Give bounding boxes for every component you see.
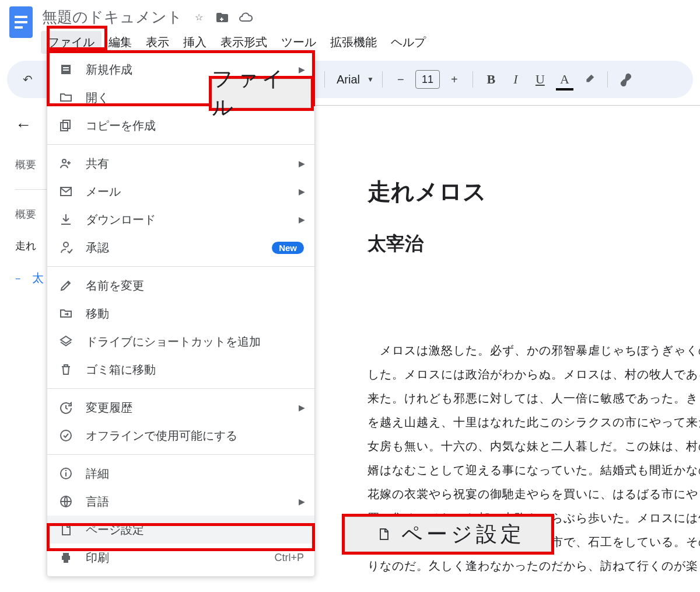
text-color-button[interactable]: A: [555, 69, 575, 89]
shortcut-icon: [58, 333, 74, 350]
history-icon: [58, 399, 74, 416]
file-menu-history[interactable]: 変更履歴▶: [47, 393, 314, 422]
menu-help[interactable]: ヘルプ: [384, 31, 433, 54]
mail-icon: [58, 183, 74, 200]
menu-label: ダウンロード: [86, 212, 156, 228]
outline-heading-summary[interactable]: 概要: [15, 207, 47, 221]
toolbar-separator: [473, 71, 473, 88]
submenu-arrow-icon: ▶: [299, 497, 305, 506]
new-badge: New: [272, 242, 304, 254]
menu-label: 言語: [86, 494, 109, 510]
annotation-callout-file: ファイル: [209, 76, 314, 111]
globe-icon: [58, 493, 74, 510]
star-icon[interactable]: ☆: [192, 11, 206, 25]
info-icon: [58, 465, 74, 482]
svg-point-10: [64, 242, 68, 247]
menu-separator: [47, 144, 314, 145]
svg-rect-14: [65, 470, 66, 471]
annotation-label: ページ設定: [401, 520, 525, 549]
doc-heading-1[interactable]: 走れメロス: [368, 176, 700, 208]
menu-label: 詳細: [86, 466, 109, 482]
back-arrow-icon[interactable]: ←: [15, 116, 47, 134]
cloud-status-icon[interactable]: [239, 11, 253, 25]
doc-heading-2[interactable]: 太宰治: [368, 231, 700, 257]
file-menu-rename[interactable]: 名前を変更: [47, 271, 314, 300]
copy-icon: [58, 117, 74, 134]
rename-icon: [58, 277, 74, 294]
svg-point-11: [61, 430, 71, 441]
svg-rect-13: [65, 472, 66, 476]
file-menu-shortcut[interactable]: ドライブにショートカットを追加: [47, 328, 314, 356]
font-family-label: Arial: [333, 73, 363, 86]
file-menu-trash[interactable]: ゴミ箱に移動: [47, 356, 314, 384]
undo-icon[interactable]: ↶: [18, 69, 37, 89]
file-menu-move[interactable]: 移動: [47, 300, 314, 328]
annotation-highlight-page-setup: [47, 523, 315, 551]
toolbar-separator: [382, 71, 383, 88]
font-family-select[interactable]: Arial ▼: [333, 73, 374, 86]
font-size-increase[interactable]: +: [444, 69, 464, 89]
italic-button[interactable]: I: [506, 69, 526, 89]
menu-extensions[interactable]: 拡張機能: [323, 31, 384, 54]
file-menu-details[interactable]: 詳細: [47, 459, 314, 487]
print-icon: [58, 549, 74, 566]
insert-link-icon[interactable]: [616, 69, 636, 89]
menu-label: 名前を変更: [86, 278, 144, 294]
svg-rect-1: [15, 16, 27, 18]
file-menu-language[interactable]: 言語▶: [47, 487, 314, 516]
bold-button[interactable]: B: [481, 69, 501, 89]
menu-label: 移動: [86, 306, 109, 322]
submenu-arrow-icon: ▶: [299, 159, 305, 168]
submenu-arrow-icon: ▶: [299, 403, 305, 412]
highlight-button[interactable]: [579, 69, 599, 89]
toolbar-separator: [607, 71, 608, 88]
offline-icon: [58, 427, 74, 444]
outline-tab-summary[interactable]: 概要: [15, 158, 47, 172]
page-setup-icon: [376, 526, 392, 542]
move-icon: [58, 305, 74, 322]
font-size-decrease[interactable]: −: [391, 69, 411, 89]
svg-rect-6: [63, 120, 70, 128]
file-menu-offline[interactable]: オフラインで使用可能にする: [47, 422, 314, 450]
outline-item-1[interactable]: 走れ: [15, 239, 47, 253]
trash-icon: [58, 361, 74, 378]
menu-label: 承認: [86, 240, 109, 256]
move-folder-icon[interactable]: [215, 11, 229, 25]
svg-rect-3: [15, 26, 23, 29]
approve-icon: [58, 239, 74, 256]
outline-marker-icon: −: [15, 274, 20, 284]
menu-label: ゴミ箱に移動: [86, 362, 156, 378]
menu-separator: [47, 388, 314, 389]
menu-separator: [47, 454, 314, 455]
submenu-arrow-icon: ▶: [299, 187, 305, 196]
outline-separator: [15, 189, 47, 190]
svg-rect-2: [15, 21, 27, 23]
toolbar-separator: [324, 71, 325, 88]
menu-label: ドライブにショートカットを追加: [86, 334, 261, 350]
annotation-callout-page-setup: ページ設定: [342, 514, 554, 555]
submenu-arrow-icon: ▶: [299, 215, 305, 224]
download-icon: [58, 211, 74, 228]
file-menu-share[interactable]: 共有▶: [47, 149, 314, 177]
file-menu-approve[interactable]: 承認New: [47, 234, 314, 262]
outline-item-2[interactable]: −太: [15, 270, 47, 286]
font-size-input[interactable]: 11: [415, 70, 440, 89]
annotation-highlight-file-menu: [47, 26, 107, 50]
menu-label: メール: [86, 184, 121, 200]
share-icon: [58, 155, 74, 172]
svg-point-8: [62, 159, 66, 163]
chevron-down-icon: ▼: [367, 75, 374, 83]
menu-label: 印刷: [86, 550, 109, 566]
docs-logo-icon[interactable]: [7, 5, 35, 40]
menu-separator: [47, 266, 314, 267]
svg-rect-7: [61, 123, 68, 131]
menu-label: コピーを作成: [86, 118, 156, 134]
file-menu-download[interactable]: ダウンロード▶: [47, 206, 314, 234]
outline-item-label: 太: [32, 271, 44, 284]
file-menu-mail[interactable]: メール▶: [47, 177, 314, 206]
menu-label: オフラインで使用可能にする: [86, 428, 237, 444]
underline-button[interactable]: U: [530, 69, 550, 89]
menu-shortcut: Ctrl+P: [274, 552, 304, 564]
document-title[interactable]: 無題のドキュメント: [42, 7, 183, 27]
menu-label: 変更履歴: [86, 400, 132, 416]
